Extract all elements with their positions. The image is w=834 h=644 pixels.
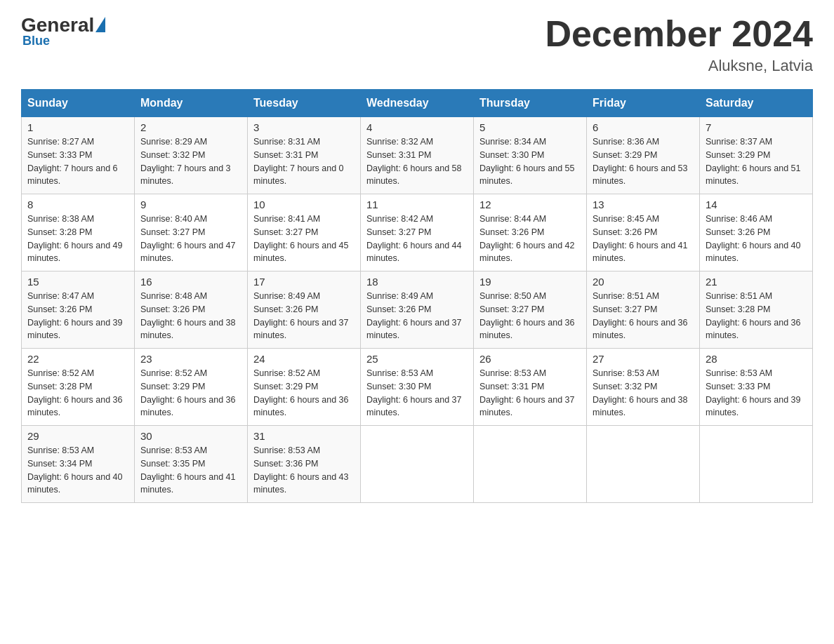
calendar-cell: 24Sunrise: 8:52 AMSunset: 3:29 PMDayligh… [248,349,361,426]
location-subtitle: Aluksne, Latvia [545,57,813,75]
day-info: Sunrise: 8:53 AMSunset: 3:36 PMDaylight:… [253,445,349,495]
day-info: Sunrise: 8:47 AMSunset: 3:26 PMDaylight:… [27,291,123,340]
day-number: 3 [253,121,355,133]
day-info: Sunrise: 8:36 AMSunset: 3:29 PMDaylight:… [593,137,688,186]
calendar-cell: 8Sunrise: 8:38 AMSunset: 3:28 PMDaylight… [22,194,135,271]
calendar-cell: 23Sunrise: 8:52 AMSunset: 3:29 PMDayligh… [135,349,248,426]
calendar-cell: 6Sunrise: 8:36 AMSunset: 3:29 PMDaylight… [587,117,700,194]
calendar-cell: 9Sunrise: 8:40 AMSunset: 3:27 PMDaylight… [135,194,248,271]
day-number: 5 [479,121,581,133]
week-row-3: 15Sunrise: 8:47 AMSunset: 3:26 PMDayligh… [22,271,813,349]
day-number: 17 [253,276,355,288]
col-header-wednesday: Wednesday [361,90,474,117]
calendar-cell: 29Sunrise: 8:53 AMSunset: 3:34 PMDayligh… [22,426,135,503]
day-info: Sunrise: 8:38 AMSunset: 3:28 PMDaylight:… [27,214,123,263]
logo-blue-text: Blue [22,34,50,48]
calendar-cell: 5Sunrise: 8:34 AMSunset: 3:30 PMDaylight… [474,117,587,194]
day-info: Sunrise: 8:53 AMSunset: 3:34 PMDaylight:… [27,445,123,495]
calendar-cell: 22Sunrise: 8:52 AMSunset: 3:28 PMDayligh… [22,349,135,426]
day-number: 12 [479,199,581,210]
calendar-cell: 1Sunrise: 8:27 AMSunset: 3:33 PMDaylight… [22,117,135,194]
day-info: Sunrise: 8:46 AMSunset: 3:26 PMDaylight:… [706,214,801,263]
calendar-cell: 25Sunrise: 8:53 AMSunset: 3:30 PMDayligh… [361,349,474,426]
day-number: 24 [253,353,355,365]
day-info: Sunrise: 8:52 AMSunset: 3:29 PMDaylight:… [140,368,236,417]
day-number: 25 [366,353,468,365]
day-number: 20 [593,276,694,288]
calendar-cell: 17Sunrise: 8:49 AMSunset: 3:26 PMDayligh… [248,271,361,349]
col-header-monday: Monday [135,90,248,117]
week-row-2: 8Sunrise: 8:38 AMSunset: 3:28 PMDaylight… [22,194,813,271]
day-info: Sunrise: 8:49 AMSunset: 3:26 PMDaylight:… [366,291,462,340]
day-info: Sunrise: 8:34 AMSunset: 3:30 PMDaylight:… [479,137,575,186]
day-number: 14 [706,199,807,210]
calendar-cell: 26Sunrise: 8:53 AMSunset: 3:31 PMDayligh… [474,349,587,426]
day-info: Sunrise: 8:53 AMSunset: 3:33 PMDaylight:… [706,368,801,417]
day-info: Sunrise: 8:45 AMSunset: 3:26 PMDaylight:… [593,214,688,263]
calendar-cell: 19Sunrise: 8:50 AMSunset: 3:27 PMDayligh… [474,271,587,349]
day-info: Sunrise: 8:52 AMSunset: 3:29 PMDaylight:… [253,368,349,417]
calendar-cell: 20Sunrise: 8:51 AMSunset: 3:27 PMDayligh… [587,271,700,349]
calendar-cell: 10Sunrise: 8:41 AMSunset: 3:27 PMDayligh… [248,194,361,271]
col-header-thursday: Thursday [474,90,587,117]
day-info: Sunrise: 8:41 AMSunset: 3:27 PMDaylight:… [253,214,349,263]
calendar-cell: 27Sunrise: 8:53 AMSunset: 3:32 PMDayligh… [587,349,700,426]
calendar-cell: 13Sunrise: 8:45 AMSunset: 3:26 PMDayligh… [587,194,700,271]
calendar-cell: 28Sunrise: 8:53 AMSunset: 3:33 PMDayligh… [700,349,813,426]
day-number: 26 [479,353,581,365]
day-number: 6 [593,121,694,133]
day-number: 13 [593,199,694,210]
day-number: 18 [366,276,468,288]
day-info: Sunrise: 8:32 AMSunset: 3:31 PMDaylight:… [366,137,462,186]
day-number: 8 [27,199,128,210]
col-header-sunday: Sunday [22,90,135,117]
calendar-header-row: SundayMondayTuesdayWednesdayThursdayFrid… [22,90,813,117]
calendar-cell: 21Sunrise: 8:51 AMSunset: 3:28 PMDayligh… [700,271,813,349]
calendar-cell [587,426,700,503]
day-info: Sunrise: 8:49 AMSunset: 3:26 PMDaylight:… [253,291,349,340]
day-number: 28 [706,353,807,365]
day-info: Sunrise: 8:51 AMSunset: 3:28 PMDaylight:… [706,291,801,340]
day-number: 9 [140,199,241,210]
day-number: 11 [366,199,468,210]
day-number: 22 [27,353,128,365]
calendar-cell: 30Sunrise: 8:53 AMSunset: 3:35 PMDayligh… [135,426,248,503]
calendar-cell [361,426,474,503]
calendar-cell: 2Sunrise: 8:29 AMSunset: 3:32 PMDaylight… [135,117,248,194]
day-number: 21 [706,276,807,288]
day-number: 15 [27,276,128,288]
day-info: Sunrise: 8:27 AMSunset: 3:33 PMDaylight:… [27,137,118,186]
calendar-cell [700,426,813,503]
calendar-cell: 7Sunrise: 8:37 AMSunset: 3:29 PMDaylight… [700,117,813,194]
calendar-cell: 16Sunrise: 8:48 AMSunset: 3:26 PMDayligh… [135,271,248,349]
day-info: Sunrise: 8:42 AMSunset: 3:27 PMDaylight:… [366,214,462,263]
month-year-title: December 2024 [545,14,813,54]
day-info: Sunrise: 8:52 AMSunset: 3:28 PMDaylight:… [27,368,123,417]
day-info: Sunrise: 8:50 AMSunset: 3:27 PMDaylight:… [479,291,575,340]
week-row-4: 22Sunrise: 8:52 AMSunset: 3:28 PMDayligh… [22,349,813,426]
day-info: Sunrise: 8:53 AMSunset: 3:31 PMDaylight:… [479,368,575,417]
day-number: 7 [706,121,807,133]
day-info: Sunrise: 8:44 AMSunset: 3:26 PMDaylight:… [479,214,575,263]
day-number: 27 [593,353,694,365]
week-row-5: 29Sunrise: 8:53 AMSunset: 3:34 PMDayligh… [22,426,813,503]
day-info: Sunrise: 8:31 AMSunset: 3:31 PMDaylight:… [253,137,344,186]
day-info: Sunrise: 8:53 AMSunset: 3:32 PMDaylight:… [593,368,688,417]
week-row-1: 1Sunrise: 8:27 AMSunset: 3:33 PMDaylight… [22,117,813,194]
day-number: 1 [27,121,128,133]
logo: General Blue [21,14,105,48]
calendar-cell: 4Sunrise: 8:32 AMSunset: 3:31 PMDaylight… [361,117,474,194]
day-number: 16 [140,276,241,288]
day-info: Sunrise: 8:37 AMSunset: 3:29 PMDaylight:… [706,137,801,186]
day-number: 10 [253,199,355,210]
day-number: 2 [140,121,241,133]
day-info: Sunrise: 8:53 AMSunset: 3:30 PMDaylight:… [366,368,462,417]
logo-triangle-icon [95,17,105,32]
day-number: 4 [366,121,468,133]
calendar-cell: 14Sunrise: 8:46 AMSunset: 3:26 PMDayligh… [700,194,813,271]
day-number: 23 [140,353,241,365]
calendar-cell: 18Sunrise: 8:49 AMSunset: 3:26 PMDayligh… [361,271,474,349]
col-header-tuesday: Tuesday [248,90,361,117]
calendar-cell [474,426,587,503]
calendar-cell: 31Sunrise: 8:53 AMSunset: 3:36 PMDayligh… [248,426,361,503]
